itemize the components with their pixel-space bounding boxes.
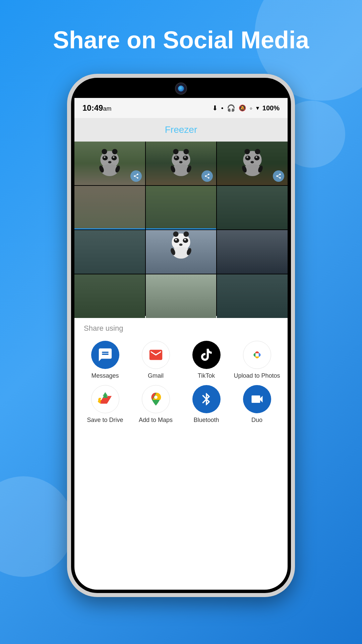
gmail-label: Gmail bbox=[148, 372, 164, 380]
mute-icon: 🔕 bbox=[239, 104, 246, 112]
wifi-icon: ▾ bbox=[256, 104, 259, 112]
panda-scene-5 bbox=[146, 186, 217, 229]
drive-icon[interactable] bbox=[91, 385, 119, 413]
share-using-label: Share using bbox=[81, 324, 281, 333]
share-btn-3[interactable] bbox=[273, 170, 284, 182]
tiktok-label: TikTok bbox=[198, 372, 215, 380]
messages-label: Messages bbox=[91, 372, 119, 380]
app-title: Freezer bbox=[165, 124, 197, 135]
selection-line-2 bbox=[146, 228, 217, 229]
photo-cell-5[interactable] bbox=[146, 186, 217, 229]
share-item-maps[interactable]: Add to Maps bbox=[132, 385, 180, 424]
photo-cell-8[interactable] bbox=[146, 230, 217, 274]
phone-inner: 10:49am ⬇ ● 🎧 🔕 ⬦ ▾ bbox=[71, 78, 291, 593]
photo-cell-7[interactable] bbox=[74, 230, 145, 274]
panda-scene-9 bbox=[217, 230, 288, 274]
status-icons: ⬇ ● 🎧 🔕 ⬦ ▾ 100% bbox=[212, 104, 280, 112]
status-time: 10:49am bbox=[82, 103, 111, 113]
photo-cell-11[interactable] bbox=[146, 274, 217, 318]
selection-line bbox=[74, 228, 145, 229]
photo-cell-12[interactable] bbox=[217, 274, 288, 318]
battery-indicator: 100% bbox=[262, 104, 280, 112]
duo-icon[interactable] bbox=[243, 385, 271, 413]
panda-3 bbox=[241, 151, 264, 176]
share-apps-grid: Messages Gmail bbox=[81, 341, 281, 424]
share-item-gmail[interactable]: Gmail bbox=[132, 341, 180, 380]
camera-lens bbox=[178, 86, 184, 92]
download-icon: ⬇ bbox=[212, 104, 218, 112]
panda-scene-11 bbox=[146, 274, 217, 318]
share-btn-1[interactable] bbox=[130, 170, 142, 182]
share-item-tiktok[interactable]: TikTok bbox=[182, 341, 230, 380]
photo-cell-3[interactable] bbox=[217, 142, 288, 185]
photos-icon[interactable] bbox=[243, 341, 271, 369]
panda-scene-10 bbox=[74, 274, 145, 318]
maps-icon[interactable] bbox=[142, 385, 170, 413]
headphone-icon: 🎧 bbox=[227, 104, 235, 112]
maps-label: Add to Maps bbox=[139, 417, 173, 424]
photo-cell-9[interactable] bbox=[217, 230, 288, 274]
panda-8 bbox=[169, 233, 193, 259]
share-item-bluetooth[interactable]: Bluetooth bbox=[182, 385, 230, 424]
panda-scene-12 bbox=[217, 274, 288, 318]
notification-dot: ● bbox=[221, 106, 224, 110]
camera-notch bbox=[171, 82, 191, 95]
phone-screen: 10:49am ⬇ ● 🎧 🔕 ⬦ ▾ bbox=[74, 98, 288, 590]
panda-2 bbox=[169, 151, 193, 176]
photo-cell-10[interactable] bbox=[74, 274, 145, 318]
photo-cell-4[interactable] bbox=[74, 186, 145, 229]
panda-scene-8 bbox=[146, 230, 217, 274]
page-title: Share on Social Media bbox=[0, 27, 362, 53]
panda-scene-4 bbox=[74, 186, 145, 229]
sync-icon: ⬦ bbox=[249, 105, 253, 111]
phone-mockup: 10:49am ⬇ ● 🎧 🔕 ⬦ ▾ bbox=[67, 74, 295, 617]
bluetooth-label: Bluetooth bbox=[193, 417, 219, 424]
svg-point-0 bbox=[154, 395, 158, 399]
panda-1 bbox=[98, 151, 121, 176]
gmail-icon[interactable] bbox=[142, 341, 170, 369]
share-btn-2[interactable] bbox=[201, 170, 213, 182]
drive-label: Save to Drive bbox=[87, 417, 123, 424]
panda-scene-7 bbox=[74, 230, 145, 274]
panda-scene-6 bbox=[217, 186, 288, 229]
duo-label: Duo bbox=[251, 417, 262, 424]
bluetooth-icon[interactable] bbox=[192, 385, 221, 413]
share-sheet: Share using Messages bbox=[74, 316, 288, 430]
share-item-duo[interactable]: Duo bbox=[233, 385, 281, 424]
tiktok-icon[interactable] bbox=[192, 341, 221, 369]
photo-cell-2[interactable] bbox=[146, 142, 217, 185]
photo-grid bbox=[74, 142, 288, 316]
status-bar: 10:49am ⬇ ● 🎧 🔕 ⬦ ▾ bbox=[74, 98, 288, 118]
app-bar: Freezer bbox=[74, 118, 288, 142]
share-item-messages[interactable]: Messages bbox=[81, 341, 129, 380]
share-item-drive[interactable]: Save to Drive bbox=[81, 385, 129, 424]
photo-cell-1[interactable] bbox=[74, 142, 145, 185]
phone-frame: 10:49am ⬇ ● 🎧 🔕 ⬦ ▾ bbox=[67, 74, 295, 597]
photos-label: Upload to Photos bbox=[234, 372, 280, 380]
front-camera bbox=[175, 83, 187, 95]
messages-icon[interactable] bbox=[91, 341, 119, 369]
photo-cell-6[interactable] bbox=[217, 186, 288, 229]
share-item-photos[interactable]: Upload to Photos bbox=[233, 341, 281, 380]
